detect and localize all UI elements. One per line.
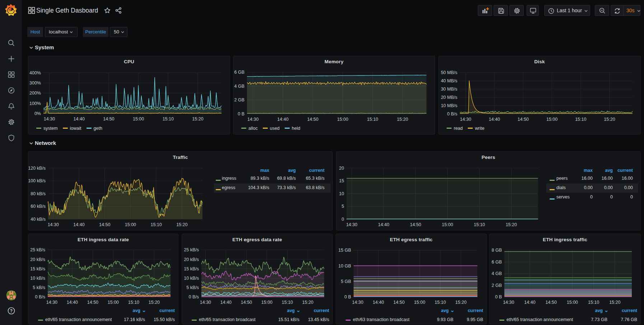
svg-text:14:30: 14:30 (247, 117, 258, 122)
svg-text:14:50: 14:50 (99, 222, 110, 227)
svg-text:5: 5 (341, 204, 344, 209)
svg-text:15:20: 15:20 (609, 300, 620, 305)
svg-text:15:00: 15:00 (133, 116, 144, 122)
svg-text:15:20: 15:20 (149, 300, 160, 305)
svg-text:6 GB: 6 GB (234, 70, 245, 75)
svg-text:0 B: 0 B (495, 294, 502, 299)
svg-text:400%: 400% (29, 70, 41, 75)
svg-text:300%: 300% (29, 81, 41, 86)
svg-text:10 kB/s: 10 kB/s (184, 276, 199, 281)
svg-text:14:30: 14:30 (503, 300, 514, 305)
svg-text:5 GB: 5 GB (341, 279, 351, 284)
svg-text:20: 20 (339, 166, 344, 171)
svg-text:15:20: 15:20 (397, 117, 408, 122)
svg-text:100 kB/s: 100 kB/s (28, 178, 46, 183)
svg-text:14:40: 14:40 (489, 117, 500, 122)
svg-text:15:00: 15:00 (546, 117, 557, 122)
svg-text:15:00: 15:00 (108, 300, 119, 305)
svg-text:4 GB: 4 GB (234, 84, 245, 89)
svg-text:15:10: 15:10 (474, 222, 485, 227)
svg-text:10 kB/s: 10 kB/s (30, 276, 45, 281)
svg-text:15:20: 15:20 (192, 116, 203, 122)
svg-text:15:10: 15:10 (150, 222, 162, 227)
svg-text:15: 15 (339, 178, 344, 183)
svg-text:100%: 100% (29, 101, 41, 106)
svg-text:14:50: 14:50 (307, 117, 318, 122)
svg-text:15:10: 15:10 (128, 300, 139, 305)
svg-text:5 kB/s: 5 kB/s (33, 285, 45, 290)
svg-text:15:20: 15:20 (604, 117, 615, 122)
svg-text:25 kB/s: 25 kB/s (30, 247, 45, 252)
svg-text:0 B/s: 0 B/s (189, 294, 199, 299)
svg-text:?: ? (10, 308, 13, 313)
svg-text:80 kB/s: 80 kB/s (31, 191, 46, 196)
svg-text:15:10: 15:10 (588, 300, 599, 305)
svg-text:0%: 0% (34, 111, 41, 116)
svg-text:14:50: 14:50 (241, 300, 252, 305)
svg-text:14:40: 14:40 (524, 300, 535, 305)
svg-text:14:50: 14:50 (103, 116, 114, 122)
svg-text:0 B/s: 0 B/s (447, 111, 458, 116)
svg-text:15 kB/s: 15 kB/s (184, 266, 199, 271)
svg-text:14:50: 14:50 (87, 300, 98, 305)
svg-text:14:50: 14:50 (393, 300, 405, 305)
svg-text:14:30: 14:30 (352, 300, 363, 305)
svg-text:15:10: 15:10 (163, 116, 174, 122)
svg-text:14:40: 14:40 (373, 300, 384, 305)
svg-text:15:00: 15:00 (567, 300, 578, 305)
svg-text:40 kB/s: 40 kB/s (31, 217, 46, 222)
svg-text:14:30: 14:30 (346, 222, 357, 227)
svg-text:200%: 200% (29, 91, 41, 96)
svg-text:15:20: 15:20 (455, 300, 466, 305)
svg-text:6 GB: 6 GB (492, 260, 502, 265)
svg-text:4 GB: 4 GB (492, 271, 502, 276)
svg-text:10 MB/s: 10 MB/s (441, 103, 457, 108)
svg-text:40 MB/s: 40 MB/s (441, 78, 457, 83)
svg-text:15 kB/s: 15 kB/s (30, 266, 45, 271)
svg-text:14:30: 14:30 (48, 222, 59, 227)
svg-text:14:40: 14:40 (378, 222, 389, 227)
svg-text:10: 10 (339, 191, 344, 196)
svg-text:10 GB: 10 GB (339, 264, 351, 269)
svg-text:14:30: 14:30 (460, 117, 471, 122)
svg-text:15:10: 15:10 (367, 117, 378, 122)
svg-text:14:30: 14:30 (44, 116, 55, 122)
svg-text:15:10: 15:10 (435, 300, 446, 305)
svg-text:14:30: 14:30 (200, 300, 211, 305)
svg-text:15:00: 15:00 (125, 222, 136, 227)
svg-text:2 GB: 2 GB (234, 97, 245, 102)
svg-text:14:40: 14:40 (74, 116, 85, 122)
svg-text:25 kB/s: 25 kB/s (184, 247, 199, 252)
svg-text:60 kB/s: 60 kB/s (31, 204, 46, 209)
svg-text:120 kB/s: 120 kB/s (28, 166, 46, 171)
svg-text:20 kB/s: 20 kB/s (184, 257, 199, 262)
svg-text:30 MB/s: 30 MB/s (441, 87, 457, 92)
svg-text:0 B: 0 B (238, 111, 244, 116)
svg-text:15:20: 15:20 (176, 222, 187, 227)
svg-text:0: 0 (341, 217, 344, 222)
svg-text:20 kB/s: 20 kB/s (30, 257, 45, 262)
svg-text:15 GB: 15 GB (339, 248, 351, 253)
svg-text:15:00: 15:00 (337, 117, 348, 122)
svg-text:14:40: 14:40 (73, 222, 84, 227)
svg-text:8 GB: 8 GB (492, 248, 502, 253)
svg-text:15:10: 15:10 (282, 300, 293, 305)
svg-text:15:00: 15:00 (414, 300, 425, 305)
svg-text:14:40: 14:40 (277, 117, 288, 122)
svg-text:14:30: 14:30 (46, 300, 57, 305)
svg-text:14:50: 14:50 (518, 117, 529, 122)
svg-text:14:50: 14:50 (410, 222, 421, 227)
svg-text:0 B/s: 0 B/s (35, 294, 46, 299)
svg-text:15:00: 15:00 (442, 222, 453, 227)
svg-text:0 B: 0 B (344, 294, 351, 299)
svg-text:50 MB/s: 50 MB/s (441, 70, 457, 75)
svg-text:2 GB: 2 GB (492, 283, 502, 288)
svg-text:15:00: 15:00 (261, 300, 272, 305)
svg-text:14:40: 14:40 (220, 300, 232, 305)
svg-text:14:50: 14:50 (546, 300, 557, 305)
svg-text:15:20: 15:20 (506, 222, 517, 227)
svg-text:14:40: 14:40 (67, 300, 78, 305)
svg-text:15:10: 15:10 (575, 117, 586, 122)
svg-text:15:20: 15:20 (302, 300, 313, 305)
svg-text:20 MB/s: 20 MB/s (441, 95, 457, 100)
